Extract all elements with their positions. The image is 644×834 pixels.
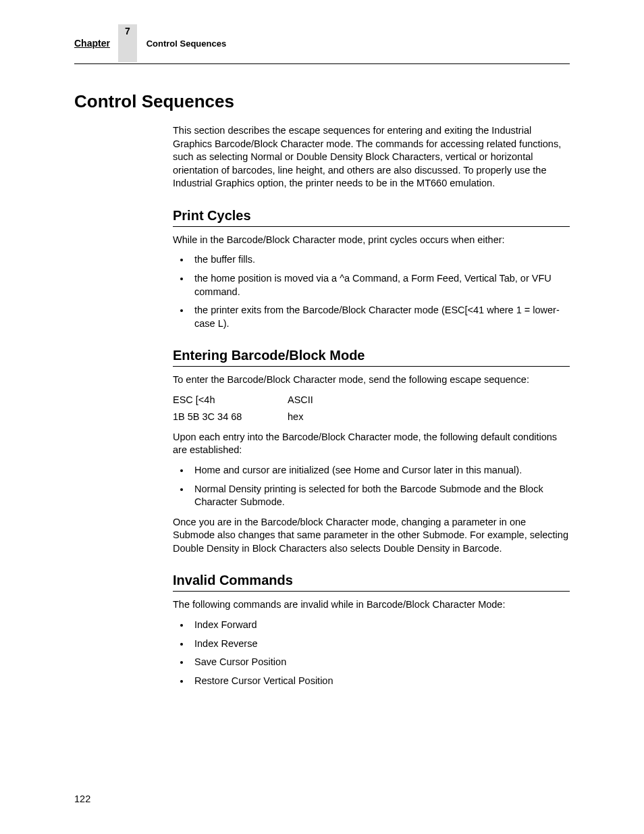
section-title: Control Sequences <box>74 91 570 112</box>
print-cycles-lead: While in the Barcode/Block Character mod… <box>173 234 570 247</box>
entering-lead: To enter the Barcode/Block Character mod… <box>173 373 570 387</box>
running-section-name: Control Sequences <box>146 38 226 49</box>
intro-block: This section describes the escape sequen… <box>173 124 570 687</box>
seq-hex-label: hex <box>288 411 303 424</box>
chapter-label: Chapter <box>74 38 110 49</box>
table-row: 1B 5B 3C 34 68 hex <box>173 411 570 424</box>
list-item: Save Cursor Position <box>190 656 570 669</box>
list-item: Restore Cursor Vertical Position <box>190 675 570 688</box>
intro-paragraph: This section describes the escape sequen… <box>173 124 570 190</box>
seq-ascii-label: ASCII <box>288 394 313 407</box>
content: Control Sequences This section describes… <box>74 68 570 687</box>
invalid-list: Index Forward Index Reverse Save Cursor … <box>173 619 570 687</box>
entering-list: Home and cursor are initialized (see Hom… <box>173 464 570 509</box>
entering-heading: Entering Barcode/Block Mode <box>173 346 570 367</box>
page-number: 122 <box>74 793 90 804</box>
invalid-heading: Invalid Commands <box>173 571 570 592</box>
chapter-number-box: 7 <box>118 24 137 62</box>
print-cycles-list: the buffer fills. the home position is m… <box>173 253 570 330</box>
list-item: Home and cursor are initialized (see Hom… <box>190 464 570 477</box>
list-item: the home position is moved via a ^a Comm… <box>190 272 570 298</box>
running-head: Chapter 7 Control Sequences <box>74 24 570 64</box>
seq-hex-code: 1B 5B 3C 34 68 <box>173 411 288 424</box>
invalid-lead: The following commands are invalid while… <box>173 598 570 612</box>
seq-ascii-code: ESC [<4h <box>173 394 288 407</box>
list-item: Normal Density printing is selected for … <box>190 483 570 509</box>
list-item: the printer exits from the Barcode/Block… <box>190 304 570 330</box>
list-item: Index Forward <box>190 619 570 632</box>
escape-sequence-table: ESC [<4h ASCII 1B 5B 3C 34 68 hex <box>173 394 570 424</box>
list-item: the buffer fills. <box>190 253 570 267</box>
entering-note: Once you are in the Barcode/block Charac… <box>173 516 570 556</box>
print-cycles-heading: Print Cycles <box>173 207 570 227</box>
table-row: ESC [<4h ASCII <box>173 394 570 407</box>
entering-after: Upon each entry into the Barcode/Block C… <box>173 431 570 457</box>
page: Chapter 7 Control Sequences Control Sequ… <box>0 0 644 834</box>
list-item: Index Reverse <box>190 637 570 651</box>
